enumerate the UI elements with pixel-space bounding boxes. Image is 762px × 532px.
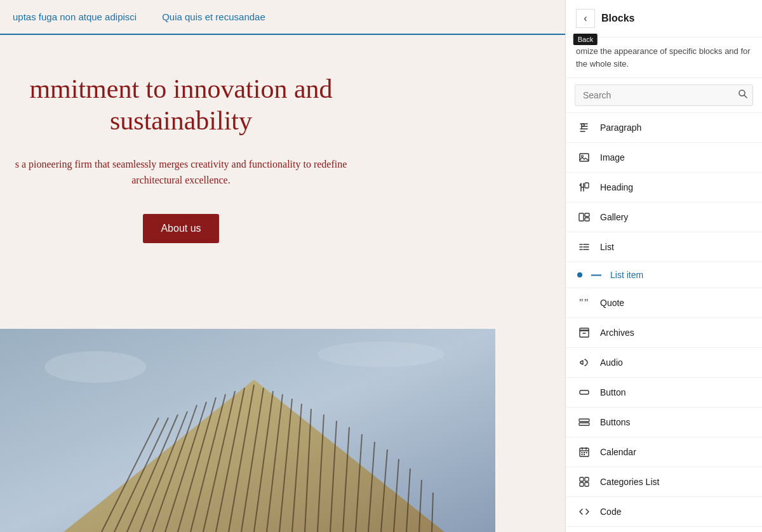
button-icon [577,385,591,399]
block-item-buttons[interactable]: Buttons [566,408,762,437]
svg-rect-66 [585,482,589,486]
block-item-code[interactable]: Code [566,497,762,527]
search-icon [738,89,748,99]
block-item-list-item[interactable]: List item [566,262,762,288]
sidebar-panel-title: Blocks [601,13,634,24]
svg-rect-51 [580,390,589,394]
block-list: Paragraph Image Heading [566,113,762,527]
heading-label: Heading [600,182,633,192]
svg-rect-53 [579,423,589,425]
nav-bar: uptas fuga non atque adipisci Quia quis … [0,0,565,35]
svg-rect-62 [584,454,585,455]
gallery-label: Gallery [600,212,628,222]
archives-label: Archives [600,328,634,338]
buttons-icon [577,415,591,429]
svg-rect-38 [585,218,589,221]
svg-text:": " [579,297,584,308]
search-container [566,78,762,113]
block-item-quote[interactable]: " " Quote [566,288,762,318]
block-item-list[interactable]: List [566,232,762,262]
svg-rect-35 [585,183,589,188]
calendar-icon [577,445,591,459]
svg-rect-65 [580,482,584,486]
audio-icon [577,356,591,369]
svg-point-30 [318,342,444,367]
image-label: Image [600,152,625,163]
svg-point-34 [582,156,584,157]
svg-line-32 [744,95,747,98]
categories-icon [577,475,591,489]
svg-rect-52 [579,419,589,422]
search-input[interactable] [575,84,753,106]
paragraph-label: Paragraph [600,123,641,133]
sidebar-header: ‹ Back Blocks [566,0,762,37]
svg-text:": " [584,297,589,308]
button-label: Button [600,387,625,397]
svg-rect-64 [585,477,589,481]
block-item-calendar[interactable]: Calendar [566,437,762,467]
active-indicator [577,272,582,277]
main-content: uptas fuga non atque adipisci Quia quis … [0,0,565,532]
svg-rect-58 [582,452,583,453]
heading-icon [577,180,591,194]
archives-icon [577,326,591,340]
block-item-categories-list[interactable]: Categories List [566,467,762,497]
code-label: Code [600,507,621,517]
nav-link-1[interactable]: uptas fuga non atque adipisci [13,11,137,22]
hero-title: mmitment to innovation and sustainabilit… [0,73,362,137]
quote-icon: " " [577,296,591,310]
svg-rect-61 [582,454,583,455]
image-icon [577,150,591,164]
svg-rect-33 [580,154,589,161]
svg-rect-49 [580,328,589,331]
block-item-image[interactable]: Image [566,143,762,173]
nav-link-2[interactable]: Quia quis et recusandae [162,11,265,22]
svg-rect-63 [580,477,584,481]
categories-list-label: Categories List [600,477,659,487]
svg-rect-59 [584,452,585,453]
list-label: List [600,242,614,252]
gallery-icon [577,210,591,224]
code-icon [577,505,591,519]
search-icon-button[interactable] [738,89,748,102]
block-item-gallery[interactable]: Gallery [566,203,762,232]
svg-rect-60 [586,452,587,453]
audio-label: Audio [600,357,623,368]
calendar-label: Calendar [600,447,636,457]
list-icon [577,240,591,254]
svg-point-29 [44,351,146,383]
hero-description: s a pioneering firm that seamlessly merg… [0,156,362,189]
back-button[interactable]: ‹ Back [576,9,595,28]
block-item-heading[interactable]: Heading [566,173,762,203]
back-tooltip: Back [573,34,598,45]
block-item-archives[interactable]: Archives [566,318,762,348]
list-item-icon [591,274,601,276]
sidebar: ‹ Back Blocks omize the appearance of sp… [565,0,762,532]
quote-label: Quote [600,298,624,308]
buttons-label: Buttons [600,417,630,427]
block-item-button[interactable]: Button [566,378,762,408]
block-item-audio[interactable]: Audio [566,348,762,378]
svg-rect-36 [579,213,584,221]
list-item-label: List item [610,270,643,280]
building-image [0,329,495,532]
block-item-paragraph[interactable]: Paragraph [566,113,762,143]
paragraph-icon [577,121,591,135]
svg-rect-37 [585,213,589,216]
hero-section: mmitment to innovation and sustainabilit… [0,35,381,269]
about-us-button[interactable]: About us [143,214,218,243]
